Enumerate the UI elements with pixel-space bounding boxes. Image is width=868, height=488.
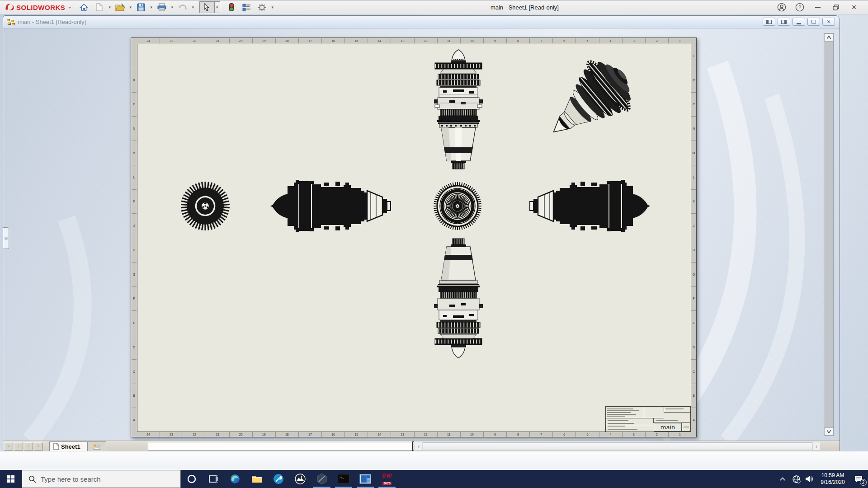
- doc-close-button[interactable]: ×: [822, 18, 835, 26]
- hexagon-app-button[interactable]: [311, 470, 333, 488]
- app-title: main - Sheet1 [Read-only]: [275, 4, 774, 11]
- close-button[interactable]: ×: [846, 1, 862, 13]
- network-globe-icon: [792, 475, 801, 483]
- view-bottom[interactable]: [434, 239, 483, 358]
- view-rear[interactable]: [434, 182, 481, 230]
- view-isometric[interactable]: [533, 49, 644, 156]
- hscroll-left-button[interactable]: ‹: [415, 442, 422, 450]
- action-center-button[interactable]: 2: [849, 470, 868, 488]
- edge-button[interactable]: [224, 470, 246, 488]
- select-tool-dropdown[interactable]: ▾: [215, 1, 220, 13]
- command-prompt-button[interactable]: >_: [333, 470, 354, 488]
- wrench-circle-icon: [273, 474, 284, 484]
- scroll-down-button[interactable]: [824, 427, 833, 436]
- file-explorer-icon: [251, 474, 262, 483]
- stoplight-button[interactable]: [224, 1, 239, 13]
- blue-window-app-icon: [359, 474, 371, 484]
- cortana-button[interactable]: [181, 470, 203, 488]
- settings-button[interactable]: [255, 1, 270, 13]
- ds-mark-icon: [5, 3, 14, 11]
- tabbar-splitter[interactable]: [412, 441, 414, 451]
- hexagon-app-icon: [316, 473, 327, 485]
- search-icon: [28, 475, 36, 483]
- save-dropdown[interactable]: ▾: [149, 5, 154, 9]
- wrench-circle-button[interactable]: [268, 470, 289, 488]
- components-list-button[interactable]: [239, 1, 255, 13]
- engine-views: [131, 38, 697, 438]
- volume-icon: [805, 475, 814, 483]
- add-sheet-button[interactable]: [87, 441, 106, 451]
- solidworks-2020-icon: SW 2020: [382, 473, 392, 486]
- open-dropdown[interactable]: ▾: [128, 5, 133, 9]
- previous-sheet-button[interactable]: ‹: [14, 442, 23, 450]
- left-panel-handle[interactable]: [3, 227, 9, 249]
- brand-text: SOLIDWORKS: [16, 4, 65, 11]
- status-strip: [0, 451, 868, 470]
- hscroll-right-button[interactable]: ›: [813, 442, 820, 450]
- doc-minimize-button[interactable]: [793, 18, 805, 26]
- view-top[interactable]: [434, 50, 483, 169]
- doc-restore-button[interactable]: [807, 18, 820, 26]
- save-button[interactable]: [133, 1, 149, 13]
- restore-icon: [833, 5, 839, 10]
- photos-icon: [295, 474, 306, 484]
- chevron-up-icon: [780, 477, 785, 481]
- account-button[interactable]: [774, 1, 789, 13]
- brand-flyout-arrow[interactable]: ▸: [69, 5, 71, 9]
- new-document-button[interactable]: [92, 1, 107, 13]
- new-document-icon: [96, 3, 103, 11]
- right-panel-toggle-button[interactable]: [778, 18, 790, 26]
- undo-dropdown[interactable]: ▾: [190, 5, 196, 9]
- open-button[interactable]: [113, 1, 128, 13]
- minimize-button[interactable]: [810, 1, 826, 13]
- restore-button[interactable]: [828, 1, 844, 13]
- document-titlebar[interactable]: main - Sheet1 [Read-only] ×: [3, 16, 840, 28]
- network-button[interactable]: [789, 470, 803, 488]
- doc-restore-icon: [811, 20, 816, 23]
- command-prompt-icon: >_: [338, 474, 349, 484]
- settings-dropdown[interactable]: ▾: [270, 5, 275, 9]
- view-front[interactable]: [181, 182, 230, 230]
- blue-window-app-button[interactable]: [354, 470, 376, 488]
- start-button[interactable]: [0, 470, 22, 488]
- undo-button[interactable]: [175, 1, 190, 13]
- volume-button[interactable]: [803, 470, 816, 488]
- print-dropdown[interactable]: ▾: [170, 5, 175, 9]
- new-document-dropdown[interactable]: ▾: [107, 5, 113, 9]
- search-placeholder: Type here to search: [41, 475, 101, 483]
- save-icon: [137, 3, 145, 11]
- cortana-icon: [187, 474, 197, 484]
- sheet-page-icon: [53, 443, 59, 450]
- help-icon: ?: [795, 3, 804, 12]
- scroll-up-button[interactable]: [824, 33, 833, 42]
- select-tool-button[interactable]: [199, 1, 215, 13]
- components-list-icon: [242, 4, 251, 11]
- next-sheet-button[interactable]: ›: [24, 442, 33, 450]
- print-button[interactable]: [154, 1, 170, 13]
- taskbar-clock[interactable]: 10:59 AM 9/16/2020: [816, 472, 849, 486]
- account-icon: [777, 3, 786, 12]
- home-button[interactable]: [76, 1, 92, 13]
- help-button[interactable]: ?: [792, 1, 807, 13]
- view-side-left[interactable]: [270, 180, 391, 232]
- left-panel-toggle-button[interactable]: [763, 18, 775, 26]
- tab-sheet1-label: Sheet1: [61, 443, 80, 450]
- last-sheet-button[interactable]: »: [34, 442, 43, 450]
- horizontal-scrollbar[interactable]: [423, 442, 812, 450]
- taskbar-search-input[interactable]: Type here to search: [22, 470, 181, 488]
- drawing-sheet[interactable]: 242322212019181716151413121110987654321 …: [131, 38, 697, 437]
- select-cursor-icon: [203, 3, 210, 12]
- photos-button[interactable]: [289, 470, 311, 488]
- vertical-scrollbar[interactable]: [824, 33, 834, 436]
- status-panel: [148, 442, 412, 450]
- task-view-button[interactable]: [203, 470, 224, 488]
- clock-date: 9/16/2020: [818, 479, 847, 486]
- drawing-client-area[interactable]: 242322212019181716151413121110987654321 …: [3, 28, 840, 441]
- home-icon: [80, 4, 88, 11]
- first-sheet-button[interactable]: «: [4, 442, 13, 450]
- tray-expand-button[interactable]: [776, 470, 789, 488]
- view-side-right[interactable]: [530, 180, 650, 232]
- solidworks-2020-button[interactable]: SW 2020: [376, 470, 398, 488]
- tab-sheet1[interactable]: Sheet1: [49, 441, 87, 451]
- file-explorer-button[interactable]: [246, 470, 268, 488]
